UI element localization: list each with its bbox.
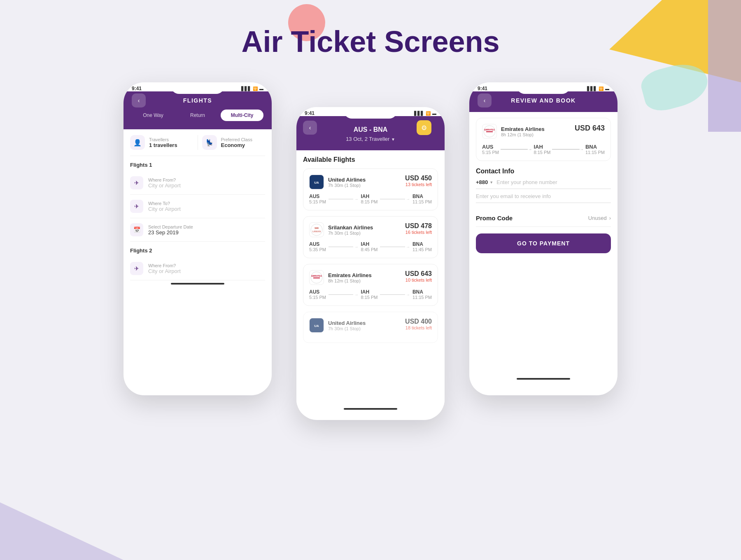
- route-row: AUS - BNA: [354, 126, 388, 133]
- via-time-2: 8:15 PM: [361, 295, 377, 300]
- flights-title: FLIGHTS: [183, 97, 212, 104]
- chevron-down-icon: ▼: [391, 137, 395, 142]
- home-indicator-2: [344, 408, 397, 410]
- flight-card-2[interactable]: EMIRATES Emirates Airlines 8h 12m (1 Sto…: [303, 264, 438, 306]
- booking-duration: 8h 12m (1 Stop): [501, 132, 545, 137]
- back-button-2[interactable]: ‹: [303, 121, 317, 135]
- svg-text:LANKAN: LANKAN: [312, 230, 321, 233]
- contact-title: Contact Info: [476, 168, 611, 175]
- flight-top-3: UA United Airlines 7h 30m (1 Stop) USD 4…: [309, 318, 432, 333]
- home-indicator-1: [171, 283, 224, 285]
- flight-price-section-1: USD 478 16 tickets left: [405, 222, 432, 235]
- available-flights-header: ‹ AUS - BNA ⚙ 13 Oct, 2 Traveller ▼: [296, 116, 445, 150]
- flight-card-0[interactable]: UA United Airlines 7h 30m (1 Stop) USD 4…: [303, 168, 438, 210]
- where-to-label: Where To?: [148, 201, 181, 206]
- from-time-0: 5:15 PM: [309, 199, 326, 204]
- tickets-left-1: 16 tickets left: [405, 230, 432, 235]
- flight-price-section-0: USD 450 13 tickets left: [405, 175, 432, 187]
- route-line-0b: →: [380, 197, 410, 201]
- notch-3: [517, 82, 570, 94]
- arrival-icon: ✈: [130, 200, 143, 213]
- available-flights-title: Available Flights: [303, 156, 438, 163]
- back-button-1[interactable]: ‹: [132, 93, 146, 107]
- airline-info-2: EMIRATES Emirates Airlines 8h 12m (1 Sto…: [309, 270, 372, 285]
- departure-icon: ✈: [130, 176, 143, 189]
- flight-card-3[interactable]: UA United Airlines 7h 30m (1 Stop) USD 4…: [303, 312, 438, 343]
- departure-date-field[interactable]: 📅 Select Departure Date 23 Sep 2019: [130, 218, 265, 242]
- svg-point-2: [311, 224, 322, 236]
- where-from2-field[interactable]: ✈ Where From? City or Airport: [130, 257, 265, 280]
- svg-text:UA: UA: [314, 324, 319, 328]
- promo-value-text: Unused: [588, 215, 607, 221]
- to-time-0: 11:15 PM: [412, 199, 432, 204]
- battery-icon-2: ▬: [432, 111, 436, 116]
- travellers-icon: 👤: [130, 135, 145, 150]
- via-code-2: IAH: [361, 289, 377, 295]
- go-to-payment-button[interactable]: GO TO PAYMENT: [476, 233, 611, 253]
- filter-button[interactable]: ⚙: [417, 120, 431, 135]
- flight-duration-0: 7h 30m (1 Stop): [328, 183, 366, 188]
- where-to-placeholder: City or Airport: [148, 206, 181, 212]
- where-from2-placeholder: City or Airport: [148, 268, 181, 274]
- back-button-3[interactable]: ‹: [478, 93, 492, 107]
- flight-top-2: EMIRATES Emirates Airlines 8h 12m (1 Sto…: [309, 270, 432, 285]
- time-1: 9:41: [132, 86, 142, 91]
- notch-2: [344, 107, 397, 119]
- where-to-field[interactable]: ✈ Where To? City or Airport: [130, 195, 265, 218]
- review-body: EMIRATES Emirates Airlines 8h 12m (1 Sto…: [469, 112, 618, 376]
- booking-emirates-logo: EMIRATES: [482, 124, 497, 139]
- flights-body: Available Flights UA United Airlines 7h …: [296, 150, 445, 406]
- route-line-2: →: [329, 292, 358, 297]
- via-code-1: IAH: [361, 241, 377, 247]
- booking-line-2: →: [552, 147, 583, 152]
- flights1-title: Flights 1: [130, 156, 265, 171]
- airline-name-1: Srilankan Airlines: [328, 224, 373, 231]
- route-details: 13 Oct, 2 Traveller ▼: [303, 136, 438, 142]
- airline-info-1: SRILANKAN Srilankan Airlines 7h 30m (1 S…: [309, 222, 373, 237]
- status-bar-3: 9:41 ▋▋▋ 🛜 ▬: [469, 82, 618, 91]
- booking-from-code: AUS: [482, 144, 499, 150]
- tab-return[interactable]: Return: [176, 110, 219, 121]
- route-line-0: →: [329, 197, 358, 201]
- time-2: 9:41: [305, 110, 315, 116]
- from-time-1: 5:35 PM: [309, 247, 326, 252]
- time-3: 9:41: [478, 86, 487, 91]
- svg-text:EMIRATES: EMIRATES: [484, 128, 495, 131]
- review-header-row: ‹ REVIEW AND BOOK: [478, 97, 609, 104]
- tab-one-way[interactable]: One Way: [132, 110, 175, 121]
- phone-input-row[interactable]: +880 ▼ Enter your phone number: [476, 179, 611, 189]
- svg-text:EMIRATES: EMIRATES: [311, 275, 322, 277]
- home-indicator-3: [517, 378, 570, 380]
- page-title: Air Ticket Screens: [0, 25, 741, 58]
- route-line-1b: →: [380, 245, 410, 249]
- where-from-label: Where From?: [148, 177, 181, 182]
- email-input[interactable]: Enter you email to receieve info: [476, 193, 611, 203]
- flight-price-1: USD 478: [405, 222, 432, 230]
- wifi-icon-2: 🛜: [426, 111, 431, 116]
- status-icons-2: ▋▋▋ 🛜 ▬: [414, 111, 436, 116]
- to-code-1: BNA: [412, 241, 432, 247]
- tickets-left-3: 18 tickets left: [405, 325, 432, 330]
- promo-value: Unused ›: [588, 215, 611, 221]
- booking-from-time: 5:15 PM: [482, 150, 499, 155]
- airline-name-0: United Airlines: [328, 177, 366, 183]
- preferred-icon: 💺: [202, 135, 217, 150]
- route-text: AUS - BNA: [354, 126, 388, 133]
- tab-multi-city[interactable]: Multi-City: [221, 110, 263, 121]
- booking-price: USD 643: [575, 124, 605, 133]
- via-code-0: IAH: [361, 194, 377, 199]
- flight-duration-3: 7h 30m (1 Stop): [328, 326, 366, 331]
- status-icons-3: ▋▋▋ 🛜 ▬: [587, 86, 609, 91]
- status-icons-1: ▋▋▋ 🛜 ▬: [241, 86, 263, 91]
- flight-price-section-3: USD 400 18 tickets left: [405, 318, 432, 330]
- promo-row[interactable]: Promo Code Unused ›: [476, 210, 611, 227]
- promo-chevron-icon: ›: [609, 215, 611, 221]
- booking-top: EMIRATES Emirates Airlines 8h 12m (1 Sto…: [482, 124, 605, 139]
- flight-card-1[interactable]: SRILANKAN Srilankan Airlines 7h 30m (1 S…: [303, 216, 438, 258]
- info-divider: [198, 135, 198, 150]
- where-from-field[interactable]: ✈ Where From? City or Airport: [130, 171, 265, 195]
- phones-container: 9:41 ▋▋▋ 🛜 ▬ ‹ FLIGHTS One Way Return Mu…: [124, 82, 618, 420]
- preferred-card[interactable]: 💺 Preferred Class Economy: [202, 135, 266, 150]
- travellers-card[interactable]: 👤 Travellers 1 travellers: [130, 135, 193, 150]
- where-from2-label: Where From?: [148, 263, 181, 268]
